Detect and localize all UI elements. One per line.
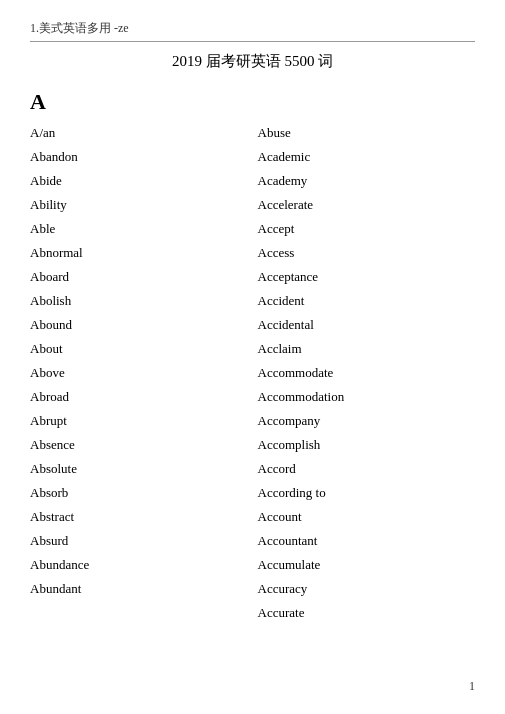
word-item-left: Abound (30, 313, 248, 337)
word-item-left: Abstract (30, 505, 248, 529)
word-item-left: Abundance (30, 553, 248, 577)
word-item-right: Accuracy (258, 577, 476, 601)
word-item-right: Accommodation (258, 385, 476, 409)
word-item-right: Accumulate (258, 553, 476, 577)
word-item-right: Acceptance (258, 265, 476, 289)
word-item-right: Accurate (258, 601, 476, 625)
word-item-left: Abandon (30, 145, 248, 169)
word-item-right: According to (258, 481, 476, 505)
word-item-left: Absence (30, 433, 248, 457)
top-label: 1.美式英语多用 -ze (30, 20, 475, 42)
word-item-left: Absolute (30, 457, 248, 481)
word-item-left: Abnormal (30, 241, 248, 265)
word-item-left: Abundant (30, 577, 248, 601)
word-item-right: Abuse (258, 121, 476, 145)
word-item-left: Aboard (30, 265, 248, 289)
word-item-left: Absorb (30, 481, 248, 505)
word-item-left: A/an (30, 121, 248, 145)
page-number: 1 (469, 679, 475, 694)
word-item-right: Accept (258, 217, 476, 241)
word-item-right: Accident (258, 289, 476, 313)
word-item-left: Abroad (30, 385, 248, 409)
word-item-left: Abide (30, 169, 248, 193)
word-item-right: Accord (258, 457, 476, 481)
word-item-right: Accountant (258, 529, 476, 553)
word-item-right: Account (258, 505, 476, 529)
word-item-left: Ability (30, 193, 248, 217)
word-item-right: Accidental (258, 313, 476, 337)
section-letter: A (30, 89, 475, 115)
word-item-right: Accomplish (258, 433, 476, 457)
word-item-left (30, 601, 248, 625)
word-list: A/anAbuseAbandonAcademicAbideAcademyAbil… (30, 121, 475, 625)
word-item-right: Acclaim (258, 337, 476, 361)
word-item-left: About (30, 337, 248, 361)
word-item-right: Access (258, 241, 476, 265)
word-item-right: Accelerate (258, 193, 476, 217)
word-item-right: Academy (258, 169, 476, 193)
word-item-right: Academic (258, 145, 476, 169)
word-item-right: Accommodate (258, 361, 476, 385)
word-item-left: Absurd (30, 529, 248, 553)
word-item-left: Above (30, 361, 248, 385)
word-item-right: Accompany (258, 409, 476, 433)
word-item-left: Abolish (30, 289, 248, 313)
word-item-left: Abrupt (30, 409, 248, 433)
page-title: 2019 届考研英语 5500 词 (30, 52, 475, 71)
word-item-left: Able (30, 217, 248, 241)
